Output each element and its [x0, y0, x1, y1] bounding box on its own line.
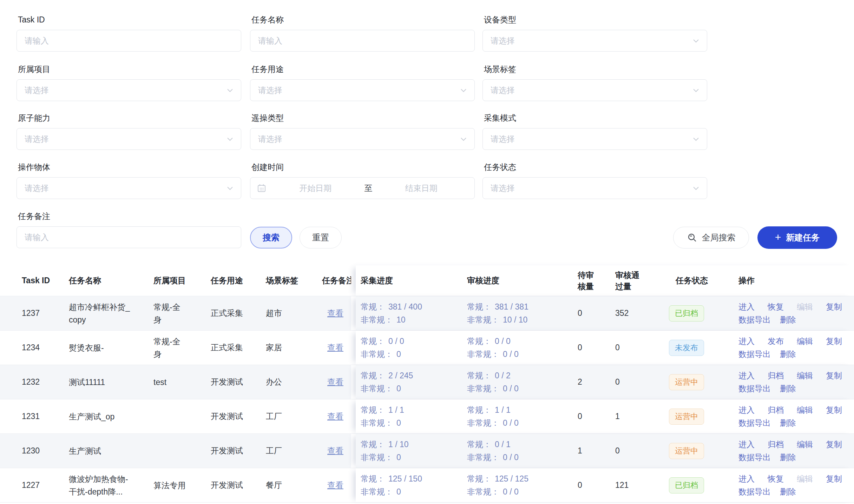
select-placeholder: 请选择: [25, 85, 49, 96]
action-copy-link[interactable]: 复制: [826, 404, 842, 417]
action-enter-link[interactable]: 进入: [738, 404, 755, 417]
filter-label: 创建时间: [251, 162, 475, 172]
view-remark-link[interactable]: 查看: [327, 445, 343, 456]
action-delete-link[interactable]: 删除: [780, 382, 796, 395]
action-enter-link[interactable]: 进入: [738, 472, 755, 485]
status-badge: 已归档: [669, 477, 704, 493]
cell-passed-count: 0: [609, 377, 669, 387]
status-badge: 运营中: [669, 374, 704, 390]
cell-pending-count: 0: [576, 343, 609, 352]
action-enter-link[interactable]: 进入: [738, 438, 755, 451]
start-date-placeholder[interactable]: 开始日期: [269, 183, 362, 194]
reset-button[interactable]: 重置: [300, 227, 342, 248]
filter-scene-tag: 场景标签 请选择: [482, 64, 707, 101]
action-enter-link[interactable]: 进入: [738, 300, 755, 313]
action-restore-link[interactable]: 恢复: [768, 300, 784, 313]
action-export-link[interactable]: 数据导出: [738, 451, 771, 464]
fixed-column-gutter: [351, 331, 356, 365]
filter-task-remark: 任务备注: [17, 211, 241, 248]
action-delete-link[interactable]: 删除: [780, 348, 796, 361]
action-export-link[interactable]: 数据导出: [738, 485, 771, 498]
action-enter-link[interactable]: 进入: [738, 335, 755, 348]
cell-task-name: 生产测试: [69, 445, 153, 457]
task-status-select[interactable]: 请选择: [482, 177, 707, 199]
view-remark-link[interactable]: 查看: [327, 411, 343, 422]
action-archive-link[interactable]: 归档: [768, 404, 784, 417]
cell-actions: 进入 归档 编辑 复制 数据导出 删除: [738, 438, 854, 464]
task-name-input[interactable]: [258, 30, 467, 51]
device-type-select[interactable]: 请选择: [482, 30, 707, 52]
new-task-button[interactable]: + 新建任务: [757, 226, 837, 249]
filter-atomic-ability: 原子能力 请选择: [17, 113, 241, 150]
cell-task-id: 1237: [0, 309, 69, 318]
action-delete-link[interactable]: 删除: [780, 451, 796, 464]
project-select[interactable]: 请选择: [17, 79, 241, 101]
cell-collect-progress: 常规：0 / 0 非常规：0: [361, 335, 467, 361]
action-edit-link[interactable]: 编辑: [797, 369, 813, 382]
view-remark-link[interactable]: 查看: [327, 480, 343, 491]
global-search-button[interactable]: 全局搜索: [673, 227, 749, 248]
cell-project: 常规-全身: [153, 301, 211, 326]
action-export-link[interactable]: 数据导出: [738, 313, 771, 326]
action-export-link[interactable]: 数据导出: [738, 417, 771, 430]
action-copy-link[interactable]: 复制: [826, 438, 842, 451]
action-delete-link[interactable]: 删除: [780, 485, 796, 498]
operate-object-select[interactable]: 请选择: [17, 177, 241, 199]
action-edit-link[interactable]: 编辑: [797, 335, 813, 348]
scene-tag-select[interactable]: 请选择: [482, 79, 707, 101]
calendar-icon: [257, 183, 267, 193]
filter-label: Task ID: [18, 14, 241, 25]
cell-collect-progress: 常规：1 / 1 非常规：0: [361, 404, 467, 430]
filter-project: 所属项目 请选择: [17, 64, 241, 101]
view-remark-link[interactable]: 查看: [327, 342, 343, 353]
teleop-type-select[interactable]: 请选择: [250, 128, 475, 150]
atomic-ability-select[interactable]: 请选择: [17, 128, 241, 150]
action-restore-link[interactable]: 恢复: [768, 472, 784, 485]
cell-actions: 进入 恢复 编辑 复制 数据导出 删除: [738, 472, 854, 498]
action-copy-link[interactable]: 复制: [826, 335, 842, 348]
end-date-placeholder[interactable]: 结束日期: [375, 183, 468, 194]
select-placeholder: 请选择: [491, 183, 515, 194]
cell-passed-count: 121: [609, 480, 669, 490]
action-copy-link[interactable]: 复制: [826, 300, 842, 313]
action-copy-link[interactable]: 复制: [826, 472, 842, 485]
action-archive-link[interactable]: 归档: [768, 438, 784, 451]
action-delete-link[interactable]: 删除: [780, 417, 796, 430]
action-edit-link[interactable]: 编辑: [797, 300, 813, 313]
create-time-range-picker[interactable]: 开始日期 至 结束日期: [250, 177, 475, 199]
task-remark-input[interactable]: [25, 227, 233, 248]
action-edit-link[interactable]: 编辑: [797, 472, 813, 485]
action-edit-link[interactable]: 编辑: [797, 404, 813, 417]
fixed-column-gutter: [351, 434, 356, 468]
search-button[interactable]: 搜索: [250, 227, 292, 248]
cell-scene: 办公: [266, 377, 322, 387]
cell-collect-progress: 常规：2 / 245 非常规：0: [361, 369, 467, 395]
filter-label: 设备类型: [484, 14, 707, 25]
action-delete-link[interactable]: 删除: [780, 313, 796, 326]
status-badge: 未发布: [669, 340, 704, 356]
cell-project: 算法专用: [153, 479, 211, 492]
table-row: 1232 测试11111 test 开发测试 办公 查看 常规：2 / 245 …: [0, 365, 854, 399]
search-icon: [687, 232, 697, 243]
cell-project: test: [153, 376, 211, 389]
tasks-table: Task ID 任务名称 所属项目 任务用途 场景标签 任务备注 采集进度 审核…: [0, 265, 854, 503]
view-remark-link[interactable]: 查看: [327, 377, 343, 387]
action-enter-link[interactable]: 进入: [738, 369, 755, 382]
cell-collect-progress: 常规：1 / 10 非常规：0: [361, 438, 467, 464]
action-export-link[interactable]: 数据导出: [738, 348, 771, 361]
action-archive-link[interactable]: 归档: [768, 369, 784, 382]
filter-label: 任务名称: [251, 14, 475, 25]
header-task-status: 任务状态: [669, 275, 738, 286]
action-publish-link[interactable]: 发布: [768, 335, 784, 348]
task-id-input[interactable]: [25, 30, 233, 51]
cell-task-id: 1232: [0, 377, 69, 387]
action-edit-link[interactable]: 编辑: [797, 438, 813, 451]
task-id-input-wrap: [17, 30, 241, 52]
purpose-select[interactable]: 请选择: [250, 79, 475, 101]
action-copy-link[interactable]: 复制: [826, 369, 842, 382]
view-remark-link[interactable]: 查看: [327, 308, 343, 319]
action-export-link[interactable]: 数据导出: [738, 382, 771, 395]
filter-label: 所属项目: [18, 64, 241, 74]
collect-mode-select[interactable]: 请选择: [482, 128, 707, 150]
cell-task-id: 1227: [0, 480, 69, 490]
